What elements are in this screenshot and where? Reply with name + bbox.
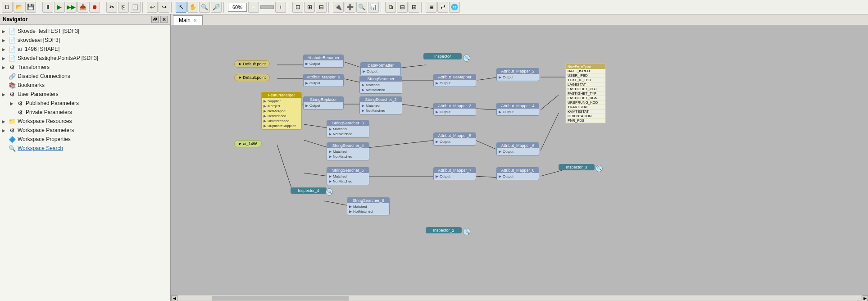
nav-expander-skovdeavi[interactable]: ▶ — [2, 38, 8, 43]
inspector1-node[interactable]: Inspector — [423, 53, 462, 59]
inspector4-magnifier[interactable]: 🔍 — [326, 188, 333, 196]
nav-item-ai1496[interactable]: ▶📄ai_1496 [SHAPE] — [0, 45, 170, 54]
zoom-plus-button[interactable]: + — [275, 2, 286, 13]
nav-item-bookmarks[interactable]: 📚Bookmarks — [0, 81, 170, 90]
fit-bookmark-button[interactable]: ⊟ — [316, 2, 327, 13]
tab-main[interactable]: Main ✕ — [173, 15, 203, 25]
inspector2-magnifier[interactable]: 🔍 — [463, 228, 470, 235]
nav-item-published-params[interactable]: ▶⚙Published Parameters — [0, 99, 170, 108]
navigator-restore-button[interactable]: 🗗 — [151, 16, 159, 23]
attributemapper2-node[interactable]: Attribut_Mapper_2 ▶Output — [496, 68, 539, 81]
copy-button[interactable]: ⎘ — [118, 2, 129, 13]
featuremerger-node[interactable]: FeatureMerger ▶Supplier ▶Merged ▶NotMerg… — [261, 92, 302, 130]
tile-h-button[interactable]: ⊟ — [397, 2, 408, 13]
dataformatter-node[interactable]: DataFormatfer ▶Output — [360, 62, 401, 75]
stringsearcher1-node[interactable]: StringSearcher ▶Matched ▶NotMatched — [359, 76, 402, 94]
attributemapper6-node[interactable]: Attribut_Mapper_6 ▶Output — [496, 142, 539, 155]
newfe-table[interactable]: NewFe_eType DATE_ISRED USER_IFBD TEXT_IL… — [565, 64, 606, 123]
clone-button[interactable]: ⧉ — [385, 2, 396, 13]
nav-item-disabled[interactable]: 🔗Disabled Connections — [0, 72, 170, 81]
add-transformer-button[interactable]: 🔌 — [333, 2, 344, 13]
zoom-minus-button[interactable]: − — [248, 2, 259, 13]
source-ai1496[interactable]: ➤ ai_1496 — [234, 140, 262, 147]
pan-tool[interactable]: ✋ — [187, 2, 198, 13]
attributerenamer-node[interactable]: AttributeRenamer ▶Output — [303, 55, 344, 68]
record-button[interactable]: ⏺ — [89, 2, 100, 13]
fit-all-button[interactable]: ⊡ — [292, 2, 303, 13]
nav-item-skovdeavi[interactable]: ▶📄skovdeavi [SDF3] — [0, 36, 170, 45]
nav-item-private-params[interactable]: ⚙Private Parameters — [0, 108, 170, 117]
attributemapper3-node[interactable]: Attribut_Mapper_3 ▶Output — [433, 103, 476, 116]
nav-item-workspace-properties[interactable]: 🔷Workspace Properties — [0, 135, 170, 144]
charts-button[interactable]: 📊 — [368, 2, 379, 13]
canvas[interactable]: ➤ Default.point ➤ Default.point ➤ ai_149… — [171, 25, 868, 295]
attributemapper7-node[interactable]: Attribut_Mapper_7 ▶Output — [433, 167, 476, 180]
nav-item-skovde[interactable]: ▶📄Skovde_testTEST [SDF3] — [0, 27, 170, 36]
new-button[interactable]: 🗋 — [2, 2, 13, 13]
inspect-button[interactable]: 🔍 — [356, 2, 367, 13]
nav-expander-workspace-params[interactable]: ▶ — [2, 128, 8, 133]
fit-sel-button[interactable]: ⊞ — [304, 2, 315, 13]
zoom-slider[interactable] — [260, 5, 274, 9]
svg-line-20 — [541, 95, 559, 110]
open-button[interactable]: 📂 — [14, 2, 24, 13]
attributemapper4-node[interactable]: Attribut_Mapper_4 ▶Output — [496, 103, 539, 116]
stringsearcher6-node[interactable]: StringSearcher_6 ▶Matched ▶NotMatched — [347, 197, 390, 215]
inspector3-magnifier[interactable]: 🔍 — [595, 165, 603, 172]
nav-expander-skovdefastighetpoints[interactable]: ▶ — [2, 56, 8, 61]
inspector1-magnifier[interactable]: 🔍 — [463, 55, 470, 62]
select-tool[interactable]: ↖ — [176, 2, 186, 13]
zoom-out-button[interactable]: 🔎 — [211, 2, 222, 13]
scroll-left-button[interactable]: ◀ — [171, 295, 177, 301]
inspector3-node[interactable]: Inspector_3 — [559, 164, 595, 170]
stringsearcher5-node[interactable]: StringSearcher_5 ▶Matched ▶NotMatched — [327, 167, 369, 185]
import-button[interactable]: 📥 — [77, 2, 88, 13]
connect-button[interactable]: ➕ — [345, 2, 355, 13]
nav-expander-workspace-resources[interactable]: ▶ — [2, 119, 8, 124]
nav-item-workspace-resources[interactable]: ▶📁Workspace Resources — [0, 117, 170, 126]
tile-v-button[interactable]: ⊞ — [409, 2, 419, 13]
inspector4-node[interactable]: Inspector_4 — [291, 187, 327, 194]
nav-expander-published-params[interactable]: ▶ — [10, 101, 16, 106]
play-button[interactable]: ▶ — [54, 2, 65, 13]
run-button[interactable]: ▶▶ — [66, 2, 77, 13]
source-defaultpoint1[interactable]: ➤ Default.point — [234, 60, 270, 68]
redo-button[interactable]: ↪ — [159, 2, 169, 13]
nav-expander-transformers[interactable]: ▶ — [2, 65, 8, 70]
extras-button[interactable]: 🌐 — [449, 2, 460, 13]
nav-expander-user-params[interactable]: ▶ — [2, 92, 8, 97]
paste-button[interactable]: 📋 — [130, 2, 141, 13]
nav-item-user-params[interactable]: ▶⚙User Parameters — [0, 90, 170, 99]
tab-main-close[interactable]: ✕ — [193, 18, 197, 23]
nav-item-workspace-params[interactable]: ▶⚙Workspace Parameters — [0, 126, 170, 135]
scroll-right-button[interactable]: ▶ — [862, 295, 868, 301]
monitor-button[interactable]: 🖥 — [426, 2, 436, 13]
stringsearcher3-node[interactable]: StringSearcher_3 ▶Matched ▶NotMatched — [327, 120, 369, 138]
navigator-close-button[interactable]: ✕ — [160, 16, 168, 23]
compare-button[interactable]: ⇄ — [437, 2, 448, 13]
save-button[interactable]: 💾 — [25, 2, 36, 13]
nav-item-transformers[interactable]: ▶⚙Transformers — [0, 63, 170, 72]
attributemapper8-node[interactable]: Attribut_Mapper_8 ▶Output — [496, 167, 539, 180]
source-defaultpoint2[interactable]: ➤ Default.point — [234, 74, 270, 81]
attributuemapper-node[interactable]: Attribut_ueMapper ▶Output — [433, 74, 476, 87]
attributemapper5-node[interactable]: Attribut_Mapper_5 ▶Output — [433, 132, 476, 146]
attributemapper0-node[interactable]: Attribut_Mapper_0 ▶Output — [303, 74, 344, 87]
inspector2-node[interactable]: Inspector_2 — [426, 227, 462, 233]
nav-expander-skovde[interactable]: ▶ — [2, 29, 8, 34]
nav-item-skovdefastighetpoints[interactable]: ▶📄SkovdeFastighetPointsAP [SDF3] — [0, 54, 170, 63]
zoom-in-button[interactable]: 🔍 — [199, 2, 210, 13]
scroll-track[interactable] — [178, 296, 861, 301]
cut-button[interactable]: ✂ — [106, 2, 117, 13]
nav-expander-ai1496[interactable]: ▶ — [2, 47, 8, 52]
scroll-thumb[interactable] — [212, 296, 349, 301]
stringsearcher2-node[interactable]: StringSearcher_2 ▶Matched ▶NotMatched — [359, 96, 402, 114]
zoom-input[interactable]: 60% — [228, 3, 247, 12]
nav-item-workspace-search[interactable]: 🔍Workspace Search — [0, 144, 170, 153]
stringsearcher4-node[interactable]: StringSearcher_4 ▶Matched ▶NotMatched — [327, 142, 369, 160]
stringreplacer-node[interactable]: StringReplacer ▶Output — [303, 96, 344, 109]
pause-button[interactable]: ⏸ — [42, 2, 53, 13]
undo-button[interactable]: ↩ — [147, 2, 158, 13]
attributemapper0-ports: ▶Output — [304, 80, 343, 87]
horizontal-scrollbar[interactable]: ◀ ▶ — [171, 295, 868, 301]
